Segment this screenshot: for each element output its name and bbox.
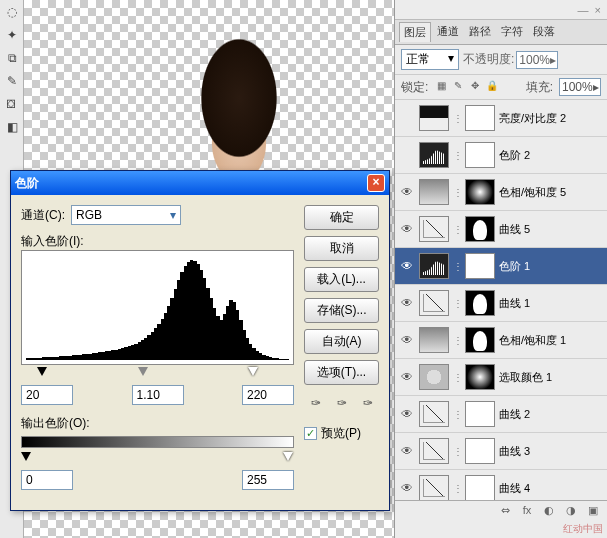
tool-lasso[interactable]: ◌ (1, 1, 23, 23)
dialog-titlebar[interactable]: 色阶 × (11, 171, 389, 195)
layer-row[interactable]: 👁⋮色阶 1 (395, 248, 607, 285)
adjustment-thumb[interactable] (419, 179, 449, 205)
mask-thumb[interactable] (465, 401, 495, 427)
adjustment-thumb[interactable] (419, 438, 449, 464)
adjustment-thumb[interactable] (419, 327, 449, 353)
output-white-field[interactable]: 255 (242, 470, 294, 490)
lock-position-icon[interactable]: ✥ (468, 80, 482, 94)
visibility-icon[interactable]: 👁 (399, 443, 415, 459)
group-icon[interactable]: ▣ (585, 504, 601, 520)
mask-thumb[interactable] (465, 438, 495, 464)
mask-thumb[interactable] (465, 105, 495, 131)
output-black-field[interactable]: 0 (21, 470, 73, 490)
auto-button[interactable]: 自动(A) (304, 329, 379, 354)
white-eyedropper-icon[interactable]: ✑ (358, 395, 378, 411)
opacity-field[interactable]: 100%▸ (516, 51, 558, 69)
save-button[interactable]: 存储(S)... (304, 298, 379, 323)
white-point-handle[interactable] (248, 367, 258, 376)
close-icon[interactable]: × (367, 174, 385, 192)
visibility-icon[interactable]: 👁 (399, 369, 415, 385)
input-gamma-field[interactable]: 1.10 (132, 385, 184, 405)
adjustment-thumb[interactable] (419, 401, 449, 427)
layers-list: ⋮亮度/对比度 2⋮色阶 2👁⋮色相/饱和度 5👁⋮曲线 5👁⋮色阶 1👁⋮曲线… (395, 100, 607, 522)
chevron-down-icon: ▾ (170, 208, 176, 222)
blend-mode-combo[interactable]: 正常▾ (401, 49, 459, 70)
tab-0[interactable]: 图层 (399, 22, 431, 42)
tool-stamp[interactable]: ⛋ (1, 93, 23, 115)
tab-4[interactable]: 段落 (529, 22, 559, 42)
layer-row[interactable]: 👁⋮色相/饱和度 1 (395, 322, 607, 359)
adjustment-thumb[interactable] (419, 253, 449, 279)
preview-label: 预览(P) (321, 425, 361, 442)
gray-eyedropper-icon[interactable]: ✑ (332, 395, 352, 411)
layer-row[interactable]: ⋮亮度/对比度 2 (395, 100, 607, 137)
output-black-handle[interactable] (21, 452, 31, 461)
visibility-icon[interactable] (399, 110, 415, 126)
lock-transparency-icon[interactable]: ▦ (434, 80, 448, 94)
adjustment-thumb[interactable] (419, 142, 449, 168)
mask-thumb[interactable] (465, 179, 495, 205)
layer-row[interactable]: 👁⋮色相/饱和度 5 (395, 174, 607, 211)
mask-thumb[interactable] (465, 142, 495, 168)
visibility-icon[interactable]: 👁 (399, 406, 415, 422)
layer-row[interactable]: 👁⋮曲线 5 (395, 211, 607, 248)
black-eyedropper-icon[interactable]: ✑ (306, 395, 326, 411)
layer-name: 曲线 2 (499, 407, 603, 422)
gamma-handle[interactable] (138, 367, 148, 376)
visibility-icon[interactable] (399, 147, 415, 163)
tool-eraser[interactable]: ◧ (1, 116, 23, 138)
visibility-icon[interactable]: 👁 (399, 332, 415, 348)
ok-button[interactable]: 确定 (304, 205, 379, 230)
mask-thumb[interactable] (465, 253, 495, 279)
load-button[interactable]: 载入(L)... (304, 267, 379, 292)
layer-row[interactable]: 👁⋮曲线 1 (395, 285, 607, 322)
preview-checkbox[interactable]: ✓ (304, 427, 317, 440)
visibility-icon[interactable]: 👁 (399, 221, 415, 237)
options-button[interactable]: 选项(T)... (304, 360, 379, 385)
adjustment-thumb[interactable] (419, 475, 449, 501)
output-gradient (21, 436, 294, 448)
layer-row[interactable]: ⋮色阶 2 (395, 137, 607, 174)
lock-all-icon[interactable]: 🔒 (485, 80, 499, 94)
tool-wand[interactable]: ✦ (1, 24, 23, 46)
layer-row[interactable]: 👁⋮曲线 2 (395, 396, 607, 433)
tool-crop[interactable]: ⧉ (1, 47, 23, 69)
cancel-button[interactable]: 取消 (304, 236, 379, 261)
mask-thumb[interactable] (465, 216, 495, 242)
tab-3[interactable]: 字符 (497, 22, 527, 42)
mask-thumb[interactable] (465, 364, 495, 390)
input-slider[interactable] (21, 367, 294, 379)
black-point-handle[interactable] (37, 367, 47, 376)
visibility-icon[interactable]: 👁 (399, 258, 415, 274)
mask-thumb[interactable] (465, 327, 495, 353)
layer-mask-icon[interactable]: ◐ (541, 504, 557, 520)
adjustment-thumb[interactable] (419, 216, 449, 242)
mask-thumb[interactable] (465, 290, 495, 316)
levels-dialog: 色阶 × 通道(C): RGB ▾ 输入色阶(I): 20 1. (10, 170, 390, 511)
visibility-icon[interactable]: 👁 (399, 184, 415, 200)
link-icon: ⋮ (453, 261, 461, 272)
output-white-handle[interactable] (283, 452, 293, 461)
input-white-field[interactable]: 220 (242, 385, 294, 405)
tool-brush[interactable]: ✎ (1, 70, 23, 92)
output-slider[interactable] (21, 452, 294, 464)
layer-row[interactable]: 👁⋮曲线 3 (395, 433, 607, 470)
link-layers-icon[interactable]: ⇔ (497, 504, 513, 520)
mask-thumb[interactable] (465, 475, 495, 501)
adjustment-layer-icon[interactable]: ◑ (563, 504, 579, 520)
minimize-icon[interactable]: — (578, 4, 589, 16)
tab-1[interactable]: 通道 (433, 22, 463, 42)
adjustment-thumb[interactable] (419, 105, 449, 131)
lock-paint-icon[interactable]: ✎ (451, 80, 465, 94)
visibility-icon[interactable]: 👁 (399, 295, 415, 311)
input-black-field[interactable]: 20 (21, 385, 73, 405)
layer-row[interactable]: 👁⋮选取颜色 1 (395, 359, 607, 396)
close-panel-icon[interactable]: × (595, 4, 601, 16)
adjustment-thumb[interactable] (419, 290, 449, 316)
tab-2[interactable]: 路径 (465, 22, 495, 42)
channel-combo[interactable]: RGB ▾ (71, 205, 181, 225)
fill-field[interactable]: 100%▸ (559, 78, 601, 96)
visibility-icon[interactable]: 👁 (399, 480, 415, 496)
adjustment-thumb[interactable] (419, 364, 449, 390)
layer-style-icon[interactable]: fx (519, 504, 535, 520)
